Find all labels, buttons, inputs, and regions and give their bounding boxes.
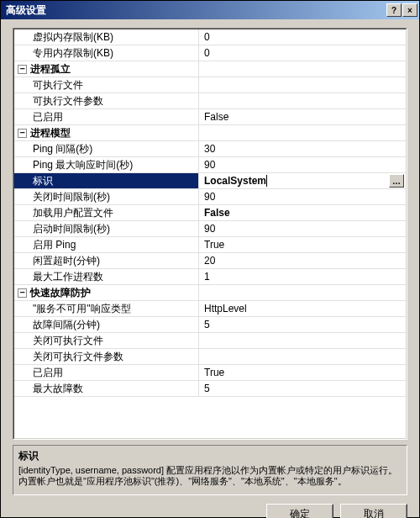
property-label: 最大故障数: [33, 381, 83, 396]
cancel-button[interactable]: 取消: [340, 504, 407, 518]
property-grid-body[interactable]: 虚拟内存限制(KB)0专用内存限制(KB)0−进程孤立可执行文件可执行文件参数已…: [13, 29, 407, 439]
property-value[interactable]: 20: [204, 253, 215, 268]
category-label: 进程模型: [30, 125, 71, 140]
property-label: Ping 最大响应时间(秒): [33, 157, 133, 172]
expander-icon[interactable]: −: [18, 65, 27, 74]
dialog-buttons: 确定 取消: [1, 500, 419, 518]
property-value[interactable]: 90: [204, 189, 215, 204]
property-label: 启动时间限制(秒): [33, 221, 110, 236]
category-row[interactable]: −快速故障防护: [14, 285, 406, 301]
property-value[interactable]: 90: [204, 221, 215, 236]
property-row[interactable]: 最大故障数5: [14, 381, 406, 397]
property-value[interactable]: 30: [204, 141, 215, 156]
category-row[interactable]: −进程模型: [14, 125, 406, 141]
category-label: 快速故障防护: [30, 285, 91, 300]
property-row[interactable]: 标识LocalSystem…: [14, 173, 406, 189]
property-row[interactable]: 最大工作进程数1: [14, 269, 406, 285]
property-row[interactable]: 加载用户配置文件False: [14, 205, 406, 221]
property-row[interactable]: Ping 最大响应时间(秒)90: [14, 157, 406, 173]
property-value[interactable]: 5: [204, 317, 210, 332]
category-label: 进程孤立: [30, 61, 71, 77]
property-label: 启用 Ping: [33, 237, 76, 252]
property-row[interactable]: 已启用False: [14, 109, 406, 125]
property-value[interactable]: 90: [204, 157, 215, 172]
property-row[interactable]: 关闭可执行文件参数: [14, 349, 406, 365]
property-row[interactable]: 已启用True: [14, 365, 406, 381]
property-value[interactable]: 0: [204, 45, 210, 61]
property-value[interactable]: False: [204, 205, 230, 220]
category-row[interactable]: −进程孤立: [14, 61, 406, 77]
property-row[interactable]: 关闭时间限制(秒)90: [14, 189, 406, 205]
property-row[interactable]: 可执行文件: [14, 77, 406, 93]
property-value[interactable]: False: [204, 109, 228, 124]
window-title: 高级设置: [6, 3, 386, 18]
property-value[interactable]: 1: [204, 269, 210, 284]
property-label: 关闭时间限制(秒): [33, 189, 110, 204]
property-label: Ping 间隔(秒): [33, 141, 92, 156]
property-row[interactable]: 可执行文件参数: [14, 93, 406, 109]
property-value[interactable]: True: [204, 237, 224, 252]
property-value[interactable]: LocalSystem: [204, 173, 269, 188]
property-row[interactable]: 启动时间限制(秒)90: [14, 221, 406, 237]
property-label: 关闭可执行文件: [33, 333, 103, 348]
property-label: 虚拟内存限制(KB): [33, 29, 113, 45]
ok-button[interactable]: 确定: [266, 504, 333, 518]
property-label: 可执行文件参数: [33, 93, 103, 108]
property-label: 专用内存限制(KB): [33, 45, 113, 61]
property-row[interactable]: "服务不可用"响应类型HttpLevel: [14, 301, 406, 317]
property-label: 闲置超时(分钟): [33, 253, 100, 268]
property-label: 已启用: [33, 365, 63, 380]
ellipsis-button[interactable]: …: [389, 174, 404, 188]
property-row[interactable]: 虚拟内存限制(KB)0: [14, 29, 406, 45]
property-row[interactable]: 闲置超时(分钟)20: [14, 253, 406, 269]
property-label: 标识: [33, 173, 53, 188]
property-label: 已启用: [33, 109, 63, 124]
titlebar: 高级设置 ? ×: [1, 1, 419, 19]
description-title: 标识: [18, 449, 402, 463]
property-grid: 虚拟内存限制(KB)0专用内存限制(KB)0−进程孤立可执行文件可执行文件参数已…: [13, 28, 407, 440]
property-value[interactable]: 0: [204, 29, 210, 45]
property-label: 最大工作进程数: [33, 269, 103, 284]
expander-icon[interactable]: −: [18, 288, 27, 298]
property-label: 故障间隔(分钟): [33, 317, 100, 332]
expander-icon[interactable]: −: [18, 129, 27, 138]
property-row[interactable]: 故障间隔(分钟)5: [14, 317, 406, 333]
property-label: 加载用户配置文件: [33, 205, 113, 220]
property-row[interactable]: 专用内存限制(KB)0: [14, 45, 406, 61]
description-body: [identityType, username, password] 配置应用程…: [18, 465, 402, 487]
property-label: 关闭可执行文件参数: [33, 349, 123, 364]
help-button[interactable]: ?: [386, 3, 402, 17]
property-label: 可执行文件: [33, 77, 83, 92]
property-value[interactable]: True: [204, 365, 224, 380]
close-button[interactable]: ×: [402, 3, 417, 17]
dialog-window: 高级设置 ? × 虚拟内存限制(KB)0专用内存限制(KB)0−进程孤立可执行文…: [0, 0, 420, 518]
property-row[interactable]: 关闭可执行文件: [14, 333, 406, 349]
property-label: "服务不可用"响应类型: [33, 301, 131, 316]
property-row[interactable]: Ping 间隔(秒)30: [14, 141, 406, 157]
description-panel: 标识 [identityType, username, password] 配置…: [13, 445, 407, 495]
property-value[interactable]: 5: [204, 381, 210, 396]
property-value[interactable]: HttpLevel: [204, 301, 247, 316]
property-row[interactable]: 启用 PingTrue: [14, 237, 406, 253]
